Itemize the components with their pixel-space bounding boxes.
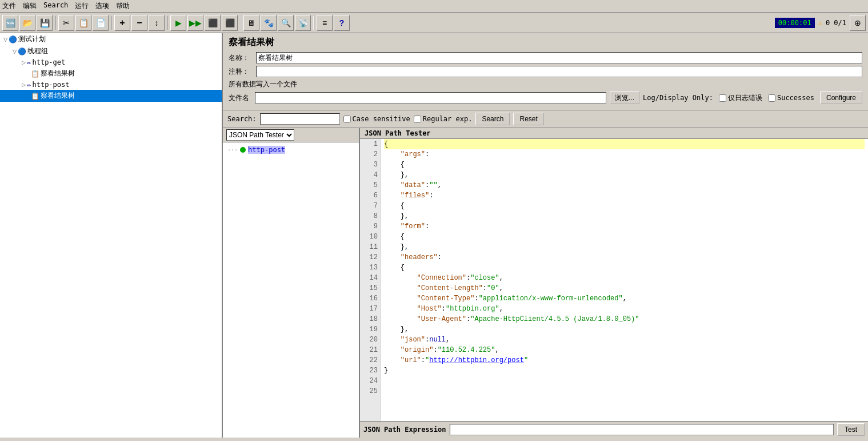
sep3 <box>167 16 168 30</box>
menu-options[interactable]: 选项 <box>95 1 109 11</box>
run-button[interactable]: ▶ <box>170 15 186 31</box>
open-button[interactable]: 📂 <box>19 15 35 31</box>
code-line-16: "Content-Type":"application/x-www-form-u… <box>384 293 865 304</box>
tree-label: http-get <box>32 58 65 66</box>
tree-label: http-post <box>32 81 69 89</box>
case-sensitive-checkbox[interactable] <box>343 116 351 123</box>
filename-input[interactable] <box>255 92 606 104</box>
cut-button[interactable]: ✂ <box>58 15 74 31</box>
code-line-1: { <box>384 139 865 149</box>
code-line-2: "args": <box>384 149 865 160</box>
code-line-13: { <box>384 263 865 273</box>
http-post-node-label[interactable]: http-post <box>248 146 285 154</box>
code-line-24 <box>384 376 865 386</box>
code-line-3: { <box>384 160 865 170</box>
add-button[interactable]: + <box>114 15 130 31</box>
json-path-input[interactable] <box>450 424 834 435</box>
expand-icon: ▷ <box>22 81 26 89</box>
errors-only-label[interactable]: 仅日志错误 <box>719 93 762 103</box>
tree-item-http-post[interactable]: ▷ ✏ http-post <box>0 80 222 90</box>
delete-button[interactable]: − <box>131 15 147 31</box>
menu-run[interactable]: 运行 <box>75 1 89 11</box>
tree-item-view-results-2[interactable]: 📋 察看结果树 <box>0 90 222 102</box>
toolbar-right: 00:00:01 ⚠ 0 0/1 ⊕ <box>775 15 866 31</box>
stop-all-button[interactable]: ⬛ <box>222 15 238 31</box>
json-path-bar: JSON Path Expression Test <box>360 421 868 438</box>
code-line-9: "form": <box>384 221 865 232</box>
panel-content: ··· http-post <box>223 142 359 438</box>
menubar: 文件 编辑 Search 运行 选项 帮助 <box>0 0 868 13</box>
tree-item-test-plan[interactable]: ▽ 🔵 测试计划 <box>0 33 222 45</box>
filename-label: 文件名 <box>229 93 251 103</box>
copy-button[interactable]: 📋 <box>75 15 91 31</box>
paste-button[interactable]: 📄 <box>93 15 109 31</box>
menu-file[interactable]: 文件 <box>2 1 16 11</box>
case-sensitive-label[interactable]: Case sensitive <box>343 115 410 123</box>
json-content-panel: JSON Path Tester 12345 678910 1112131415… <box>360 128 868 438</box>
tree-panel: ▽ 🔵 测试计划 ▽ 🔵 线程组 ▷ ✏ http-get 📋 察看结果树 ▷ … <box>0 33 223 438</box>
main-container: ▽ 🔵 测试计划 ▽ 🔵 线程组 ▷ ✏ http-get 📋 察看结果树 ▷ … <box>0 33 868 438</box>
expand-icon: ▷ <box>22 58 26 66</box>
reset-button[interactable]: Reset <box>513 113 543 125</box>
indent-button[interactable]: ≡ <box>317 15 333 31</box>
menu-edit[interactable]: 编辑 <box>23 1 37 11</box>
split-area: JSON Path Tester ··· http-post JSON Path… <box>223 128 868 438</box>
comment-label: 注释： <box>229 67 251 77</box>
menu-help[interactable]: 帮助 <box>116 1 130 11</box>
remote-button[interactable]: 🖥 <box>243 15 259 31</box>
stop-button[interactable]: ⬛ <box>205 15 221 31</box>
code-line-20: "json":null, <box>384 335 865 345</box>
tree-item-http-get[interactable]: ▷ ✏ http-get <box>0 57 222 67</box>
menu-search[interactable]: Search <box>43 1 68 11</box>
json-editor[interactable]: 12345 678910 1112131415 1617181920 21222… <box>360 139 868 421</box>
tree-label: 测试计划 <box>18 34 46 44</box>
tree-label: 线程组 <box>27 46 48 56</box>
log-display-label: Log/Display Only: <box>643 94 713 102</box>
tree-item-thread-group[interactable]: ▽ 🔵 线程组 <box>0 45 222 57</box>
sep5 <box>313 16 314 30</box>
regex-label[interactable]: Regular exp. <box>414 115 473 123</box>
json-tree-header: JSON Path Tester <box>223 128 359 142</box>
run-all-button[interactable]: ▶▶ <box>187 15 203 31</box>
regex-checkbox[interactable] <box>414 116 421 123</box>
search-button[interactable]: Search <box>475 113 510 125</box>
line-numbers: 12345 678910 1112131415 1617181920 21222… <box>360 139 381 421</box>
sep2 <box>111 16 112 30</box>
new-button[interactable]: 🆕 <box>2 15 18 31</box>
panel-dropdown[interactable]: JSON Path Tester <box>226 129 294 141</box>
code-line-6: "files": <box>384 190 865 201</box>
comment-input[interactable] <box>256 66 862 77</box>
code-line-19: }, <box>384 324 865 335</box>
status-dot <box>240 147 246 153</box>
func-button[interactable]: 📡 <box>295 15 311 31</box>
search-btn2[interactable]: 🔍 <box>278 15 294 31</box>
test-button[interactable]: Test <box>837 423 865 436</box>
search-input[interactable] <box>260 113 340 125</box>
result-title: 察看结果树 <box>229 37 862 49</box>
tree-icon-results2: 📋 <box>31 92 39 100</box>
code-line-25 <box>384 386 865 396</box>
code-line-23: } <box>384 365 865 376</box>
right-panel: 察看结果树 名称： 注释： 所有数据写入一个文件 文件名 浏览... Log/D… <box>223 33 868 438</box>
more-button[interactable]: ⊕ <box>850 15 866 31</box>
regex-text: Regular exp. <box>423 115 473 123</box>
case-sensitive-text: Case sensitive <box>353 115 410 123</box>
code-line-22: "url":"http://httpbin.org/post" <box>384 355 865 365</box>
name-input[interactable] <box>256 52 862 63</box>
expand-icon: ▽ <box>3 35 7 43</box>
configure-button[interactable]: Configure <box>820 92 862 104</box>
code-container: 12345 678910 1112131415 1617181920 21222… <box>360 139 868 421</box>
search-bar: Search: Case sensitive Regular exp. Sear… <box>223 110 868 128</box>
successes-label[interactable]: Successes <box>768 94 814 102</box>
code-line-7: { <box>384 201 865 211</box>
browse-button[interactable]: 浏览... <box>610 92 639 104</box>
sep1 <box>55 16 56 30</box>
move-button[interactable]: ↕ <box>149 15 165 31</box>
successes-checkbox[interactable] <box>768 94 775 102</box>
help-button[interactable]: ? <box>334 15 350 31</box>
json-content-header: JSON Path Tester <box>360 128 868 139</box>
template-button[interactable]: 🐾 <box>261 15 277 31</box>
save-button[interactable]: 💾 <box>37 15 53 31</box>
tree-item-view-results-1[interactable]: 📋 察看结果树 <box>0 67 222 80</box>
errors-checkbox[interactable] <box>719 94 726 102</box>
